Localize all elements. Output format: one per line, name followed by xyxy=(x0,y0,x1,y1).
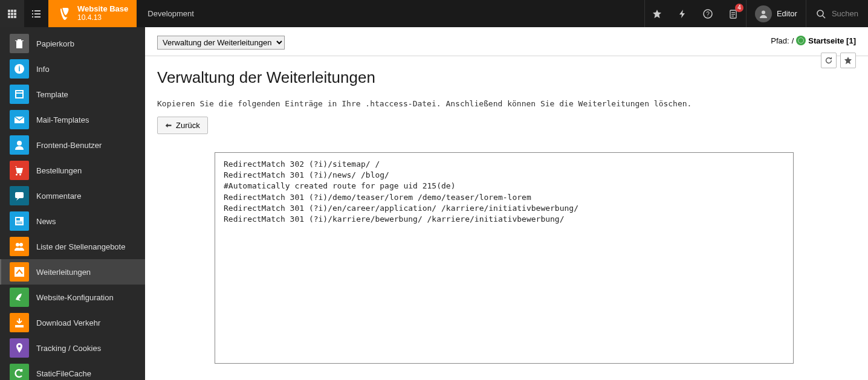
brand-segment[interactable]: Website Base 10.4.13 xyxy=(48,0,137,27)
sidebar-item-papierkorb[interactable]: Papierkorb xyxy=(0,31,145,56)
staticfilecache-icon xyxy=(10,364,29,380)
avatar xyxy=(755,5,772,22)
help-button[interactable]: ? xyxy=(695,0,721,27)
template-icon xyxy=(10,85,29,104)
htaccess-output[interactable]: RedirectMatch 302 (?i)/sitemap/ / Redire… xyxy=(215,152,794,364)
svg-rect-10 xyxy=(34,10,40,11)
svg-rect-19 xyxy=(731,14,735,14)
sidebar-item-info[interactable]: iInfo xyxy=(0,56,145,82)
site-version: 10.4.13 xyxy=(77,14,128,22)
sidebar-item-label: Info xyxy=(36,65,50,74)
svg-rect-6 xyxy=(8,16,10,18)
refresh-button[interactable] xyxy=(821,53,837,68)
sidebar-item-frontend-benutzer[interactable]: Frontend-Benutzer xyxy=(0,132,145,158)
sidebar-item-label: Mail-Templates xyxy=(36,115,89,124)
svg-rect-0 xyxy=(8,10,10,12)
content: Verwaltung der Weiterleitungen Pfad: / S… xyxy=(145,27,868,380)
path-sep: / xyxy=(792,36,794,45)
sidebar-item-label: Website-Konfiguration xyxy=(36,293,114,302)
sidebar-item-label: Tracking / Cookies xyxy=(36,344,101,353)
bestellungen-icon xyxy=(10,161,29,180)
svg-rect-35 xyxy=(16,224,22,224)
typo3-logo-icon xyxy=(57,7,71,21)
path-label: Pfad: xyxy=(771,36,789,45)
sidebar-item-label: Bestellungen xyxy=(36,166,82,175)
news-icon xyxy=(10,211,29,231)
svg-rect-1 xyxy=(11,10,13,12)
sidebar-item-label: News xyxy=(36,217,56,226)
search-icon xyxy=(816,9,826,19)
svg-rect-13 xyxy=(32,16,33,18)
user-menu[interactable]: Editor xyxy=(746,0,806,27)
topbar-right: ? 4 Editor Suchen xyxy=(644,0,868,27)
function-select[interactable]: Verwaltung der Weiterleitungen xyxy=(157,36,285,50)
body: Verwaltung der Weiterleitungen Kopieren … xyxy=(145,56,868,376)
svg-point-21 xyxy=(762,10,765,14)
svg-rect-18 xyxy=(731,12,735,13)
back-button[interactable]: Zurück xyxy=(157,117,208,134)
svg-text:i: i xyxy=(18,65,20,73)
svg-rect-34 xyxy=(16,222,22,222)
svg-point-39 xyxy=(18,345,21,347)
star-icon xyxy=(844,56,852,65)
brand-text: Website Base 10.4.13 xyxy=(77,5,128,22)
cache-button[interactable] xyxy=(670,0,695,27)
sidebar-item-liste-stellen[interactable]: Liste der Stellenangebote xyxy=(0,234,145,259)
list-icon xyxy=(31,9,41,19)
sidebar-item-download-verkehr[interactable]: Download Verkehr xyxy=(0,310,145,335)
bookmark-button[interactable] xyxy=(644,0,670,27)
liste-stellen-icon xyxy=(10,237,29,256)
sidebar-item-staticfilecache[interactable]: StaticFileCache xyxy=(0,361,145,380)
page-title-crumb[interactable]: Startseite [1] xyxy=(808,36,856,45)
bolt-icon xyxy=(678,9,687,19)
svg-rect-12 xyxy=(34,13,40,14)
tree-toggle-button[interactable] xyxy=(24,0,48,27)
weiterleitungen-icon xyxy=(10,262,29,282)
svg-rect-5 xyxy=(14,13,16,15)
docheader-actions xyxy=(821,53,856,68)
sidebar-item-news[interactable]: News xyxy=(0,208,145,234)
svg-point-22 xyxy=(817,10,823,16)
sidebar-item-label: Kommentare xyxy=(36,192,81,201)
svg-rect-9 xyxy=(32,10,33,11)
svg-line-23 xyxy=(823,16,825,18)
mail-templates-icon xyxy=(10,110,29,129)
breadcrumb: Pfad: / Startseite [1] xyxy=(771,36,856,45)
sidebar-item-tracking[interactable]: Tracking / Cookies xyxy=(0,335,145,361)
layout: PapierkorbiInfoTemplateMail-TemplatesFro… xyxy=(0,27,868,380)
search-input[interactable]: Suchen xyxy=(806,0,868,27)
topbar: Website Base 10.4.13 Development ? 4 Edi… xyxy=(0,0,868,27)
sidebar-item-weiterleitungen[interactable]: Weiterleitungen xyxy=(0,259,145,285)
sidebar-item-bestellungen[interactable]: Bestellungen xyxy=(0,158,145,183)
svg-rect-31 xyxy=(15,192,24,198)
svg-point-30 xyxy=(17,141,22,146)
svg-point-36 xyxy=(16,243,19,246)
svg-rect-3 xyxy=(8,13,10,15)
notifications-button[interactable]: 4 xyxy=(721,0,746,27)
svg-rect-38 xyxy=(15,267,24,277)
svg-rect-7 xyxy=(11,16,13,18)
website-konfig-icon xyxy=(10,288,29,307)
star-icon xyxy=(652,9,662,19)
download-verkehr-icon xyxy=(10,313,29,332)
notification-badge: 4 xyxy=(735,4,743,12)
sidebar-item-label: StaticFileCache xyxy=(36,369,91,378)
environment-label: Development xyxy=(147,9,194,18)
sidebar-item-label: Frontend-Benutzer xyxy=(36,141,102,150)
back-label: Zurück xyxy=(176,121,200,130)
module-grid-button[interactable] xyxy=(0,0,24,27)
doc-header: Verwaltung der Weiterleitungen Pfad: / S… xyxy=(145,27,868,56)
bookmark-page-button[interactable] xyxy=(840,53,856,68)
sidebar-item-kommentare[interactable]: Kommentare xyxy=(0,183,145,208)
sidebar-item-template[interactable]: Template xyxy=(0,82,145,107)
sidebar-item-label: Liste der Stellenangebote xyxy=(36,242,125,251)
svg-rect-11 xyxy=(32,13,33,14)
svg-rect-28 xyxy=(16,94,22,97)
sidebar-item-mail-templates[interactable]: Mail-Templates xyxy=(0,107,145,132)
papierkorb-icon xyxy=(10,34,29,53)
sidebar-item-label: Download Verkehr xyxy=(36,318,100,327)
info-icon: i xyxy=(10,59,29,79)
sidebar-item-label: Template xyxy=(36,90,68,99)
sidebar-item-website-konfig[interactable]: Website-Konfiguration xyxy=(0,285,145,310)
svg-rect-33 xyxy=(16,218,20,221)
